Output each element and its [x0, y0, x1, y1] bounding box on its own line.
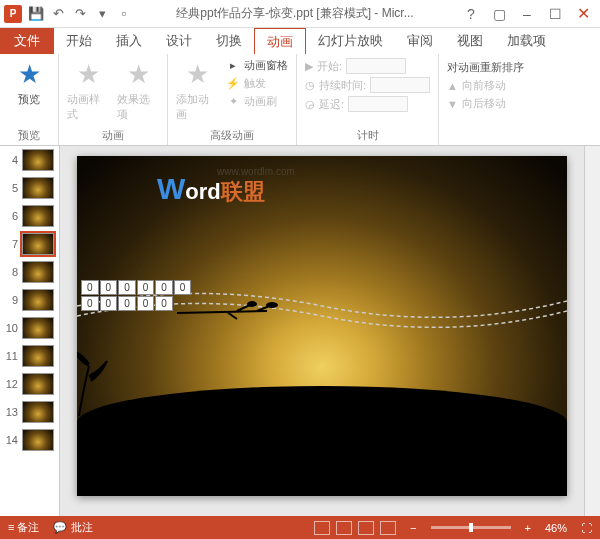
- slideshow-view-icon[interactable]: [380, 521, 396, 535]
- anim-tag[interactable]: 0: [155, 296, 173, 311]
- anim-tag[interactable]: 0: [100, 280, 118, 295]
- tab-animations[interactable]: 动画: [254, 28, 306, 54]
- preview-star-icon: ★: [13, 58, 45, 90]
- reading-view-icon[interactable]: [358, 521, 374, 535]
- ribbon: ★ 预览 预览 ★ 动画样式 ★ 效果选项 动画 ★ 添加动画: [0, 54, 600, 146]
- add-anim-label: 添加动画: [176, 92, 218, 122]
- anim-tag[interactable]: 0: [137, 296, 155, 311]
- help-icon[interactable]: ?: [458, 4, 484, 24]
- normal-view-icon[interactable]: [314, 521, 330, 535]
- tab-review[interactable]: 审阅: [395, 28, 445, 54]
- sorter-view-icon[interactable]: [336, 521, 352, 535]
- thumbnail-9[interactable]: 9: [0, 286, 59, 314]
- svg-point-0: [266, 302, 278, 308]
- tab-addins[interactable]: 加载项: [495, 28, 558, 54]
- move-later-button: ▼ 向后移动: [447, 96, 524, 111]
- reorder-title: 对动画重新排序: [447, 60, 524, 75]
- ribbon-options-icon[interactable]: ▢: [486, 4, 512, 24]
- group-preview: 预览: [8, 126, 50, 145]
- trigger-icon: ⚡: [226, 77, 240, 91]
- earlier-label: 向前移动: [462, 78, 506, 93]
- zoom-level[interactable]: 46%: [545, 522, 567, 534]
- start-input: [346, 58, 406, 74]
- save-icon[interactable]: 💾: [28, 6, 44, 22]
- duration-label: 持续时间:: [319, 78, 366, 93]
- animation-styles-button: ★ 动画样式: [67, 58, 109, 122]
- tab-view[interactable]: 视图: [445, 28, 495, 54]
- tab-home[interactable]: 开始: [54, 28, 104, 54]
- slide-canvas[interactable]: www.wordlm.com Word联盟 00000000000: [77, 156, 567, 496]
- trigger-label: 触发: [244, 76, 266, 91]
- pane-label: 动画窗格: [244, 58, 288, 73]
- fit-icon[interactable]: ⛶: [581, 522, 592, 534]
- vertical-scrollbar[interactable]: [584, 146, 600, 516]
- redo-icon[interactable]: ↷: [72, 6, 88, 22]
- thumbnail-13[interactable]: 13: [0, 398, 59, 426]
- anim-tag[interactable]: 0: [81, 296, 99, 311]
- group-timing: 计时: [305, 126, 430, 145]
- thumbnail-11[interactable]: 11: [0, 342, 59, 370]
- group-advanced: 高级动画: [176, 126, 288, 145]
- start-label: 开始:: [317, 59, 342, 74]
- thumbnail-12[interactable]: 12: [0, 370, 59, 398]
- anim-tag[interactable]: 0: [118, 280, 136, 295]
- tab-insert[interactable]: 插入: [104, 28, 154, 54]
- tab-file[interactable]: 文件: [0, 28, 54, 54]
- clock-icon: ◷: [305, 79, 315, 92]
- comments-button[interactable]: 💬 批注: [53, 520, 92, 535]
- delay-input: [348, 96, 408, 112]
- slide-thumbnails[interactable]: 4567891011121314: [0, 146, 60, 516]
- animation-tags[interactable]: 00000000000: [81, 280, 201, 311]
- preview-button[interactable]: ★ 预览: [8, 58, 50, 107]
- thumbnail-4[interactable]: 4: [0, 146, 59, 174]
- thumbnail-6[interactable]: 6: [0, 202, 59, 230]
- slide-editor[interactable]: www.wordlm.com Word联盟 00000000000: [60, 146, 584, 516]
- thumbnail-5[interactable]: 5: [0, 174, 59, 202]
- down-icon: ▼: [447, 98, 458, 110]
- zoom-in-icon[interactable]: +: [525, 522, 531, 534]
- group-animation: 动画: [67, 126, 159, 145]
- play-icon: ▶: [305, 60, 313, 73]
- anim-tag[interactable]: 0: [81, 280, 99, 295]
- undo-icon[interactable]: ↶: [50, 6, 66, 22]
- painter-label: 动画刷: [244, 94, 277, 109]
- tab-design[interactable]: 设计: [154, 28, 204, 54]
- anim-tag[interactable]: 0: [118, 296, 136, 311]
- zoom-slider[interactable]: [431, 526, 511, 529]
- maximize-icon[interactable]: ☐: [542, 4, 568, 24]
- notes-button[interactable]: ≡ 备注: [8, 520, 39, 535]
- minimize-icon[interactable]: –: [514, 4, 540, 24]
- thumbnail-14[interactable]: 14: [0, 426, 59, 454]
- anim-styles-label: 动画样式: [67, 92, 109, 122]
- move-earlier-button: ▲ 向前移动: [447, 78, 524, 93]
- effect-options-label: 效果选项: [117, 92, 159, 122]
- thumbnail-10[interactable]: 10: [0, 314, 59, 342]
- pane-icon: ▸: [226, 59, 240, 73]
- painter-icon: ✦: [226, 95, 240, 109]
- duration-row: ◷ 持续时间:: [305, 77, 430, 93]
- animation-painter-button: ✦ 动画刷: [226, 94, 288, 109]
- slideshow-icon[interactable]: ▫: [116, 6, 132, 22]
- thumbnail-8[interactable]: 8: [0, 258, 59, 286]
- anim-tag[interactable]: 0: [100, 296, 118, 311]
- zoom-out-icon[interactable]: −: [410, 522, 416, 534]
- trigger-button: ⚡ 触发: [226, 76, 288, 91]
- qat-more-icon[interactable]: ▾: [94, 6, 110, 22]
- anim-tag[interactable]: 0: [174, 280, 192, 295]
- slide-logo: Word联盟: [157, 172, 265, 207]
- add-animation-button: ★ 添加动画: [176, 58, 218, 122]
- window-title: 经典ppt作品分享-惊变.ppt [兼容模式] - Micr...: [132, 5, 458, 22]
- effect-options-icon: ★: [122, 58, 154, 90]
- anim-tag[interactable]: 0: [137, 280, 155, 295]
- up-icon: ▲: [447, 80, 458, 92]
- thumbnail-7[interactable]: 7: [0, 230, 59, 258]
- tab-slideshow[interactable]: 幻灯片放映: [306, 28, 395, 54]
- preview-label: 预览: [18, 92, 40, 107]
- ribbon-tabs: 文件 开始 插入 设计 切换 动画 幻灯片放映 审阅 视图 加载项: [0, 28, 600, 54]
- close-icon[interactable]: ✕: [570, 4, 596, 24]
- later-label: 向后移动: [462, 96, 506, 111]
- tab-transitions[interactable]: 切换: [204, 28, 254, 54]
- anim-tag[interactable]: 0: [155, 280, 173, 295]
- animation-pane-button[interactable]: ▸ 动画窗格: [226, 58, 288, 73]
- effect-options-button: ★ 效果选项: [117, 58, 159, 122]
